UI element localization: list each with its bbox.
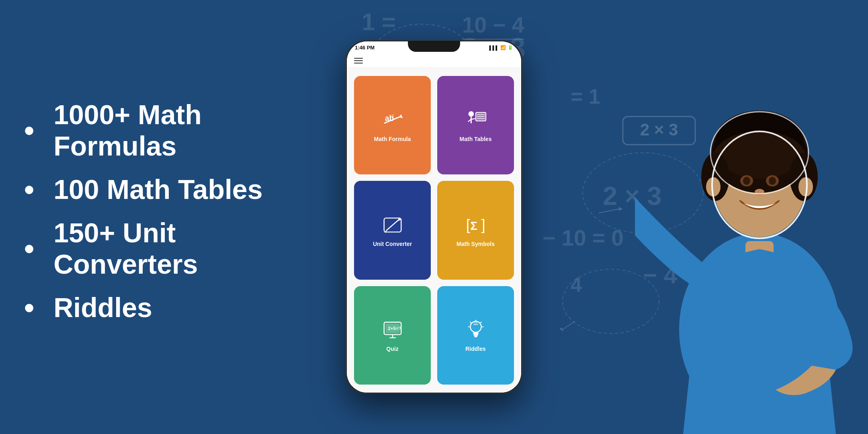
feature-text-tables: 100 Math Tables [53, 174, 262, 205]
eq-right4: 4 [571, 273, 582, 297]
tile-math-tables[interactable]: Math Tables [437, 76, 514, 174]
riddles-icon [464, 318, 487, 342]
feature-text-riddles: Riddles [53, 292, 152, 323]
svg-line-21 [386, 219, 399, 230]
quiz-icon: 2+5=? [381, 318, 404, 342]
status-icons: ▌▌▌ 📶 🔋 [489, 45, 513, 50]
phone-notch [408, 41, 460, 52]
phone-frame: 1:46 PM ▌▌▌ 📶 🔋 [346, 40, 522, 394]
hamburger-line-1 [354, 58, 363, 59]
status-time: 1:46 PM [355, 45, 375, 51]
app-tiles-grid: ab c Math Formula [347, 68, 521, 393]
svg-rect-40 [474, 336, 477, 338]
feature-item-tables: 100 Math Tables [24, 173, 297, 206]
app-header [347, 54, 521, 68]
svg-text:2+5=?: 2+5=? [388, 326, 401, 331]
svg-point-57 [769, 177, 776, 185]
feature-list-section: 1000+ Math Formulas 100 Math Tables 150+… [24, 99, 297, 335]
feature-text-converters: 150+ Unit Converters [53, 217, 297, 280]
svg-rect-39 [473, 334, 478, 336]
svg-rect-38 [473, 332, 479, 334]
feature-text-formulas: 1000+ Math Formulas [53, 99, 297, 162]
svg-line-35 [480, 322, 481, 323]
svg-point-56 [743, 177, 750, 185]
tile-riddles[interactable]: Riddles [437, 286, 514, 385]
tile-quiz[interactable]: 2+5=? Quiz [354, 286, 431, 385]
feature-list: 1000+ Math Formulas 100 Math Tables 150+… [24, 99, 297, 324]
feature-item-formulas: 1000+ Math Formulas [24, 99, 297, 162]
signal-icon: ▌▌▌ [489, 45, 499, 50]
tile-unit-converter-label: Unit Converter [373, 241, 412, 247]
tile-unit-converter[interactable]: Unit Converter [354, 181, 431, 279]
feature-item-converters: 150+ Unit Converters [24, 217, 297, 280]
tile-quiz-label: Quiz [386, 346, 398, 352]
svg-marker-5 [559, 328, 563, 332]
phone-screen: 1:46 PM ▌▌▌ 📶 🔋 [347, 41, 521, 393]
hamburger-menu[interactable] [354, 58, 363, 63]
wifi-icon: 📶 [500, 45, 506, 50]
tile-riddles-label: Riddles [465, 346, 486, 352]
math-symbols-icon: [ Σ ] [464, 213, 487, 237]
hamburger-line-2 [354, 60, 363, 61]
eq-right1: = 1 [571, 84, 600, 108]
eq-fraction-line: 10 − 4 [462, 12, 524, 37]
svg-marker-11 [399, 114, 403, 118]
hamburger-line-3 [354, 63, 363, 63]
feature-item-riddles: Riddles [24, 291, 297, 324]
tile-math-symbols[interactable]: [ Σ ] Math Symbols [437, 181, 514, 279]
eq1: 1 = [362, 8, 396, 36]
tile-math-symbols-label: Math Symbols [457, 241, 495, 247]
unit-converter-icon [381, 213, 404, 237]
svg-text:]: ] [481, 217, 485, 233]
tile-math-formula-label: Math Formula [374, 136, 411, 142]
svg-point-12 [468, 111, 474, 117]
tile-math-formula[interactable]: ab c Math Formula [354, 76, 431, 174]
svg-text:c: c [392, 113, 394, 118]
svg-text:[: [ [466, 217, 470, 233]
person-figure [635, 0, 868, 434]
person-section [607, 0, 868, 434]
battery-icon: 🔋 [508, 45, 513, 50]
math-formula-icon: ab c [381, 108, 404, 132]
svg-line-34 [470, 322, 471, 323]
phone-mockup: 1:46 PM ▌▌▌ 📶 🔋 [346, 40, 522, 394]
tile-math-tables-label: Math Tables [460, 136, 492, 142]
svg-text:Σ: Σ [470, 219, 477, 232]
math-tables-icon [464, 108, 487, 132]
svg-point-60 [755, 189, 764, 195]
